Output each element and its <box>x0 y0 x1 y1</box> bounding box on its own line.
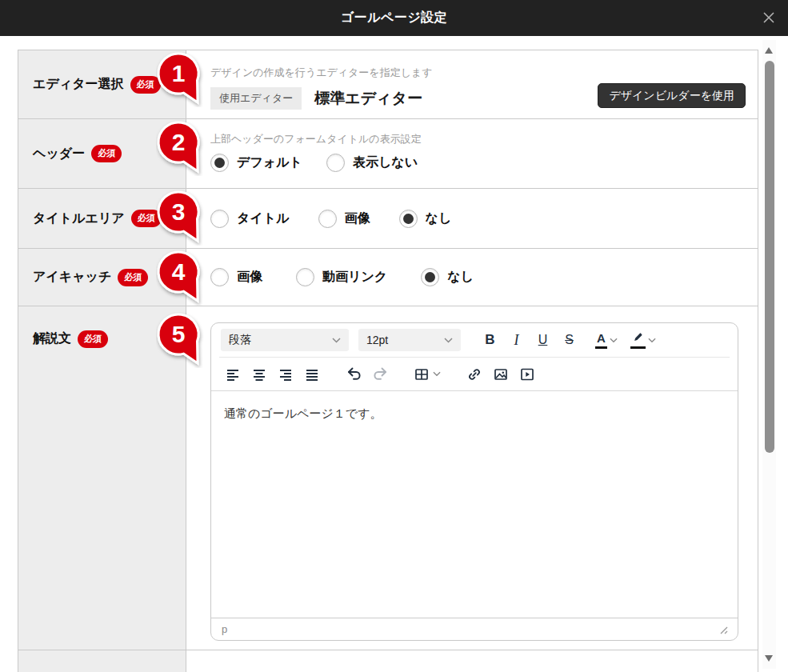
settings-table: エディター選択 必須 1 デザインの作成を行うエディターを指定します 使用エディ… <box>18 50 758 672</box>
insert-image-button[interactable] <box>487 362 514 386</box>
text-color-button[interactable]: A <box>595 331 618 348</box>
required-badge: 必須 <box>91 145 122 162</box>
chevron-down-icon <box>332 338 341 343</box>
step-3-balloon-icon: 3 <box>156 190 204 246</box>
row-next-content <box>186 650 758 672</box>
field-label: ヘッダー <box>33 146 85 162</box>
radio-option-image[interactable]: 画像 <box>210 268 262 286</box>
element-path: p <box>222 623 227 635</box>
align-right-button[interactable] <box>272 362 298 386</box>
step-4-balloon-icon: 4 <box>156 250 204 306</box>
required-badge: 必須 <box>78 330 108 348</box>
chevron-down-icon <box>433 371 441 377</box>
align-center-button[interactable] <box>246 362 272 386</box>
radio-icon <box>421 268 439 286</box>
row-eyecatch-content: 画像 動画リンク なし <box>186 249 758 306</box>
editor-toolbar-row2 <box>211 358 738 390</box>
radio-option-none[interactable]: なし <box>399 210 452 228</box>
text-color-icon: A <box>595 331 607 348</box>
rich-text-editor: 段落 12pt B I U S A <box>210 322 738 641</box>
svg-text:3: 3 <box>172 198 186 225</box>
chevron-down-icon <box>444 338 453 343</box>
undo-button[interactable] <box>341 362 367 386</box>
header-radio-group: デフォルト 表示しない <box>210 154 758 172</box>
radio-icon <box>296 268 314 286</box>
link-button[interactable] <box>461 362 487 386</box>
italic-button[interactable]: I <box>503 328 530 352</box>
row-header-content: 上部ヘッダーのフォームタイトルの表示設定 デフォルト 表示しない <box>186 119 758 188</box>
radio-option-title[interactable]: タイトル <box>210 210 290 228</box>
align-justify-button[interactable] <box>298 362 325 386</box>
redo-button[interactable] <box>367 362 394 386</box>
row-description-content: 段落 12pt B I U S A <box>186 306 758 650</box>
radio-icon <box>399 210 418 228</box>
radio-option-default[interactable]: デフォルト <box>210 154 302 172</box>
current-editor-tag: 使用エディター <box>210 87 302 110</box>
radio-icon <box>210 210 229 228</box>
row-next-label <box>18 650 186 672</box>
required-badge: 必須 <box>118 269 148 286</box>
paragraph-format-select[interactable]: 段落 <box>221 329 349 351</box>
highlight-color-button[interactable] <box>630 331 656 348</box>
radio-icon <box>210 154 229 172</box>
row-header-setting: ヘッダー 必須 2 上部ヘッダーのフォームタイトルの表示設定 デフォルト 表示し… <box>18 119 758 189</box>
current-editor-value: 標準エディター <box>314 88 422 109</box>
radio-icon <box>210 268 229 286</box>
step-2-balloon-icon: 2 <box>156 120 204 176</box>
field-label: タイトルエリア <box>33 210 125 227</box>
table-button[interactable] <box>410 362 445 386</box>
modal-header: ゴールページ設定 <box>0 0 788 36</box>
row-title-area-content: タイトル 画像 なし <box>186 189 758 248</box>
svg-text:2: 2 <box>172 129 186 155</box>
bold-button[interactable]: B <box>477 328 503 352</box>
strikethrough-button[interactable]: S <box>556 328 582 352</box>
eyecatch-radio-group: 画像 動画リンク なし <box>186 249 758 306</box>
svg-text:1: 1 <box>172 60 186 86</box>
scrollbar-thumb[interactable] <box>765 61 774 453</box>
radio-option-none[interactable]: なし <box>421 268 474 286</box>
field-label: エディター選択 <box>33 76 124 93</box>
align-left-button[interactable] <box>219 362 246 386</box>
radio-icon <box>318 210 337 228</box>
radio-icon <box>326 154 345 172</box>
editor-status-bar: p <box>211 618 738 640</box>
row-description-text: 解説文 必須 5 段落 12pt B <box>18 306 758 650</box>
row-eyecatch: アイキャッチ 必須 4 画像 動画リンク なし <box>18 249 758 306</box>
design-builder-button[interactable]: デザインビルダーを使用 <box>598 83 746 108</box>
svg-text:4: 4 <box>172 258 186 285</box>
editor-content-area[interactable]: 通常のゴールページ１です。 <box>211 391 738 618</box>
step-1-balloon-icon: 1 <box>156 51 204 107</box>
scroll-down-arrow-icon[interactable] <box>765 655 773 662</box>
title-area-radio-group: タイトル 画像 なし <box>186 189 758 248</box>
editor-select-description: デザインの作成を行うエディターを指定します <box>210 66 758 80</box>
chevron-down-icon <box>648 338 656 343</box>
step-5-balloon-icon: 5 <box>156 312 204 368</box>
insert-media-button[interactable] <box>514 362 540 386</box>
radio-option-image[interactable]: 画像 <box>318 210 370 228</box>
field-label: 解説文 <box>33 330 71 347</box>
underline-button[interactable]: U <box>530 328 556 352</box>
svg-text:5: 5 <box>172 321 186 347</box>
editor-toolbar-row1: 段落 12pt B I U S A <box>211 323 738 357</box>
row-title-area: タイトルエリア 必須 3 タイトル 画像 なし <box>18 189 758 249</box>
highlighter-pen-icon <box>630 331 646 348</box>
modal-title: ゴールページ設定 <box>341 10 448 26</box>
radio-option-video-link[interactable]: 動画リンク <box>296 268 387 286</box>
close-icon[interactable] <box>761 10 777 26</box>
resize-handle-icon[interactable] <box>718 624 728 634</box>
font-size-select[interactable]: 12pt <box>358 329 461 351</box>
header-description: 上部ヘッダーのフォームタイトルの表示設定 <box>210 132 758 146</box>
chevron-down-icon <box>610 338 618 343</box>
row-editor-select-content: デザインの作成を行うエディターを指定します 使用エディター 標準エディター デザ… <box>186 50 758 118</box>
row-next-partial <box>18 650 758 672</box>
scroll-up-arrow-icon[interactable] <box>765 47 773 54</box>
radio-option-hide[interactable]: 表示しない <box>326 154 418 172</box>
vertical-scrollbar[interactable] <box>762 40 776 669</box>
row-editor-select: エディター選択 必須 1 デザインの作成を行うエディターを指定します 使用エディ… <box>18 50 758 119</box>
field-label: アイキャッチ <box>33 269 111 286</box>
